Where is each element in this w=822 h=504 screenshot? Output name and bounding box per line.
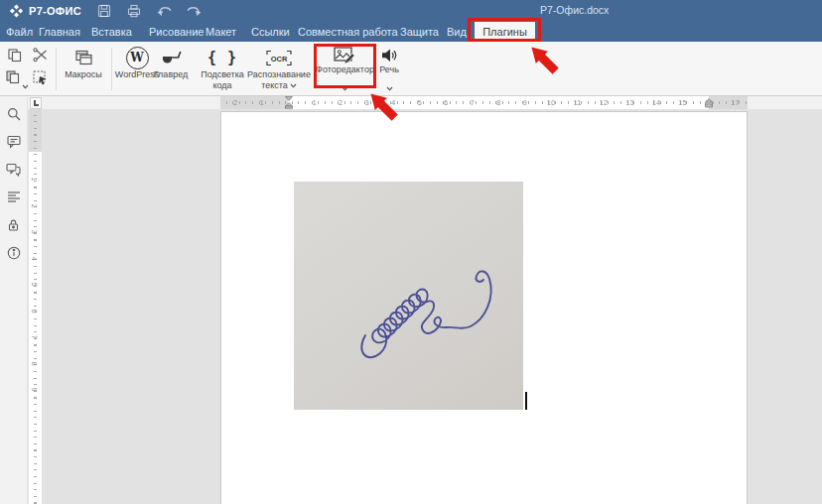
r7-logo-icon (9, 4, 24, 18)
horizontal-ruler[interactable]: 211234567891011121314151617 (220, 96, 748, 109)
ruler-number: 4 (30, 256, 39, 260)
menu-tab-bar: Файл Главная Вставка Рисование Макет Ссы… (0, 22, 822, 42)
code-highlight-button[interactable]: { } Подсветка кода (197, 42, 248, 95)
ruler-number: 17 (731, 98, 739, 107)
ruler-number: 9 (30, 387, 39, 391)
save-icon[interactable] (97, 4, 111, 18)
braces-icon: { } (207, 45, 237, 70)
search-icon[interactable] (6, 106, 21, 121)
redo-icon[interactable] (186, 4, 200, 18)
undo-icon[interactable] (157, 4, 171, 18)
ruler-number: 7 (30, 334, 39, 338)
ruler-number: 10 (547, 98, 555, 107)
ruler-number: 9 (522, 98, 526, 107)
tab-references[interactable]: Ссылки (251, 22, 290, 42)
app-logo-text: Р7-ОФИС (29, 5, 81, 17)
left-panel (0, 96, 28, 504)
macros-button[interactable]: Макросы (58, 42, 109, 95)
ruler-number: 1 (312, 98, 316, 107)
chevron-down-icon (290, 83, 297, 88)
ruler-number: 6 (444, 98, 448, 107)
svg-text:OCR: OCR (271, 54, 288, 63)
tab-layout[interactable]: Макет (206, 22, 236, 42)
tab-draw[interactable]: Рисование (149, 22, 204, 42)
ruler-number: 1 (30, 177, 39, 181)
ruler-number: 8 (496, 98, 500, 107)
tab-protection[interactable]: Защита (400, 22, 439, 42)
speaker-icon (381, 45, 398, 65)
highlight-box-plugins-tab (468, 18, 541, 42)
cut-icon[interactable] (33, 48, 48, 66)
highlight-box-photo-editor (314, 44, 376, 88)
ruler-number: 16 (705, 98, 713, 107)
comments-icon[interactable] (6, 134, 21, 149)
ocr-label: Распознавание (247, 70, 311, 79)
code-highlight-label: Подсветка (201, 70, 244, 79)
navigation-icon[interactable] (6, 189, 21, 204)
ocr-icon: OCR (265, 45, 293, 70)
ruler-number: 2 (339, 98, 342, 107)
speech-button[interactable]: Речь (374, 42, 404, 95)
app-window: Р7-ОФИС Р7-Офис.docx Файл (0, 0, 822, 504)
select-icon[interactable] (33, 70, 49, 90)
ruler-number: 12 (600, 98, 608, 107)
indent-marker[interactable] (285, 96, 293, 109)
ruler-number: 11 (574, 98, 582, 107)
title-bar: Р7-ОФИС Р7-Офис.docx (0, 0, 822, 22)
ruler-number: 7 (470, 98, 474, 107)
ruler-number: 8 (30, 361, 39, 365)
tab-stop-selector[interactable] (30, 97, 42, 109)
ruler-number: 5 (417, 98, 421, 107)
plugins-toolbar: Макросы W WordPress Главред { } Подсветк… (0, 42, 822, 96)
chat-icon[interactable] (6, 162, 21, 177)
red-arrow-to-photo-editor (368, 91, 401, 124)
app-logo: Р7-ОФИС (9, 0, 81, 22)
ruler-number: 2 (233, 98, 237, 107)
tab-view[interactable]: Вид (447, 22, 467, 42)
print-icon[interactable] (127, 4, 141, 18)
code-highlight-label2: кода (212, 81, 231, 90)
vertical-ruler[interactable]: 123456789 (29, 109, 42, 504)
text-cursor (525, 392, 527, 410)
tab-insert[interactable]: Вставка (91, 22, 132, 42)
glavred-label: Главред (154, 70, 188, 79)
ruler-number: 5 (30, 282, 39, 286)
ruler-number: 14 (652, 98, 660, 107)
pipe-icon (160, 45, 182, 70)
ruler-number: 3 (30, 229, 39, 233)
toolbar-divider (56, 48, 57, 90)
tab-home[interactable]: Главная (39, 22, 80, 42)
red-arrow-to-plugins-tab (529, 45, 562, 77)
ocr-label2: текста (261, 81, 297, 90)
glavred-button[interactable]: Главред (149, 42, 193, 95)
ruler-number: 6 (30, 309, 39, 313)
macros-icon (75, 45, 92, 70)
ocr-button[interactable]: OCR Распознавание текста (242, 42, 316, 95)
ruler-number: 15 (678, 98, 686, 107)
macros-label: Макросы (65, 70, 102, 79)
lock-icon[interactable] (6, 217, 21, 232)
speech-label: Речь (379, 65, 399, 74)
signature-photo[interactable] (294, 182, 523, 410)
about-icon[interactable] (6, 245, 21, 260)
ruler-number: 2 (30, 203, 39, 207)
ruler-number: 13 (625, 98, 633, 107)
paste-icon[interactable] (6, 70, 21, 88)
tab-file[interactable]: Файл (6, 22, 33, 42)
signature-scribble (294, 182, 523, 410)
document-title: Р7-Офис.docx (540, 4, 609, 16)
wordpress-icon: W (126, 45, 149, 70)
copy-icon[interactable] (8, 49, 23, 66)
tab-collaboration[interactable]: Совместная работа (298, 22, 398, 42)
paste-dropdown-chevron-icon[interactable] (22, 75, 29, 93)
ruler-number: 1 (259, 98, 263, 107)
